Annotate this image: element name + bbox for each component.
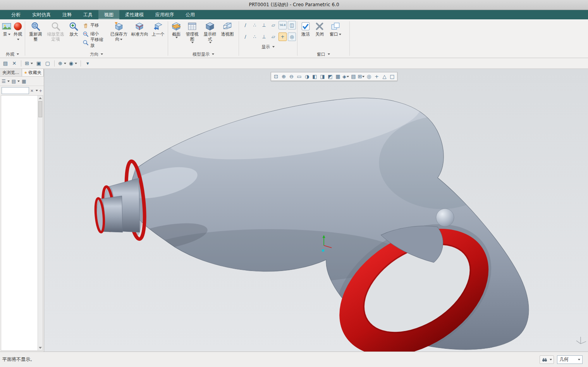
tab-annotate[interactable]: 注释 [57,10,77,19]
close-x-icon [315,21,325,31]
group-label-appearance[interactable]: 外观 [0,51,25,58]
standard-orientation-button[interactable]: 标准方向 [130,21,150,38]
tab-analysis[interactable]: 分析 [5,10,26,19]
gt-wireframe-icon[interactable]: ▦ [334,73,342,80]
ribbon-group-appearance: 景 外观 外观 [0,19,25,58]
graphics-viewport[interactable]: ⊡ ⊕ ⊖ ▭ ◑ ◧ ◨ ◩ ▦ ◈ ▤ ⊞ ◎ + △ □ [44,69,588,352]
zoom-to-selected-button[interactable]: 缩放至选定项 [45,21,67,43]
gt-orientation-mode-icon[interactable]: △ [381,73,388,80]
manage-views-button[interactable]: 管理视图 [183,21,201,44]
refit-button[interactable]: 重新调整 [26,21,45,43]
toggle-spin-center-display[interactable]: + [279,33,287,41]
group-label-orientation[interactable]: 方向 [25,51,168,58]
toggle-plane-display[interactable]: ▱ [269,21,277,29]
windows-button[interactable]: 窗口 [327,21,344,38]
gt-view-manager-icon[interactable]: ▤ [350,73,357,80]
main-area: 夹浏览... ★ 收藏夹 ☰ ▤ ▦ ✕ + [0,69,588,352]
tree-empty-area[interactable] [1,96,38,350]
close-icon[interactable]: ✕ [10,60,18,67]
group-label-model-display[interactable]: 模型显示 [168,51,239,58]
toggle-plane-tag-display[interactable]: ▱ [269,33,277,41]
scroll-thumb[interactable] [38,101,42,117]
tree-columns-icon[interactable]: ▦ [22,79,26,84]
navigator-search-row: ✕ + [0,86,44,95]
monitor-icon[interactable]: ▢ [44,60,52,67]
gt-zoom-out-icon[interactable]: ⊖ [288,73,295,80]
toggle-point-tag-display[interactable]: ∴ [251,33,259,41]
scroll-up-arrow[interactable] [38,96,43,101]
toolbar-overflow-icon[interactable]: ▾ [84,60,91,67]
ribbon-group-window: 激活 关闭 窗口 窗口 [297,19,349,58]
ribbon-group-show: ∕ ∴ ⊥ ▱ 56.8 ◫ ∕ ∴ ⊥ ▱ + ◎ 显示 [239,19,297,58]
appearance-filter-icon[interactable]: ◉ [68,60,78,67]
perspective-icon [222,21,232,31]
gt-zoom-window-icon[interactable]: ⊡ [272,73,280,80]
toggle-axis-tag-display[interactable]: ∕ [241,33,249,41]
search-options-caret[interactable] [36,90,38,91]
zoom-in-button[interactable]: 放大 [66,21,81,38]
search-add-icon[interactable]: + [39,89,42,93]
gt-datum-display-filters-icon[interactable]: ⊞ [358,73,365,80]
gt-annotation-display-icon[interactable]: ◎ [365,73,373,80]
gt-spin-center-icon[interactable]: + [373,73,380,80]
search-clear-icon[interactable]: ✕ [30,89,33,93]
ribbon-group-orientation: 重新调整 缩放至选定项 放大 平移 缩小 [25,19,168,58]
toggle-tag-display[interactable]: ◫ [288,21,296,29]
selection-filter-value: 几何 [559,356,569,363]
appearances-button[interactable]: 外观 [12,21,24,43]
toggle-axis-display[interactable]: ∕ [241,21,249,29]
scroll-down-arrow[interactable] [38,345,43,350]
tab-favorites[interactable]: ★ 收藏夹 [22,69,44,76]
tab-live-simulation[interactable]: 实时仿真 [26,10,57,19]
part-button-sphere[interactable] [436,209,454,226]
model-tree-icon[interactable]: ☰ [2,79,10,84]
tab-flexible-modeling[interactable]: 柔性建模 [119,10,150,19]
selection-filter-combo[interactable]: 几何 [557,355,583,364]
navigator-tabs: 夹浏览... ★ 收藏夹 [0,69,44,77]
new-window-icon[interactable]: ⊞ [24,60,34,67]
scene-button[interactable]: 景 [1,21,12,38]
toggle-annotation-display[interactable]: ◎ [288,33,296,41]
find-button[interactable] [540,355,554,364]
toggle-csys-tag-display[interactable]: ⊥ [260,33,268,41]
zoom-in-icon [69,21,79,31]
repaint-icon[interactable]: ▣ [35,60,43,67]
previous-view-button[interactable]: 上一个 [150,21,167,38]
pan-button[interactable]: 平移 [82,22,107,29]
csys-display-icon[interactable]: ⊕ [57,60,67,67]
tab-tools[interactable]: 工具 [77,10,98,19]
tab-view[interactable]: 视图 [98,10,119,19]
saved-orientations-icon [114,21,124,31]
pan-zoom-button[interactable]: 平移缩放 [82,39,107,46]
tree-search-input[interactable] [2,87,29,94]
gt-repaint-icon[interactable]: ◑ [303,73,311,80]
tab-common[interactable]: 公用 [180,10,201,19]
3d-model-canvas[interactable] [44,69,588,352]
gt-shading-icon[interactable]: ◨ [319,73,326,80]
perspective-button[interactable]: 透视图 [219,21,236,38]
zoom-selected-icon [51,21,61,31]
group-label-show[interactable]: 显示 [239,43,297,50]
toggle-point-display[interactable]: ∴ [251,21,259,29]
tab-folder-browser[interactable]: 夹浏览... [0,69,22,76]
toggle-dim-display[interactable]: 56.8 [279,21,287,29]
tab-applications[interactable]: 应用程序 [150,10,180,19]
toggle-csys-display[interactable]: ⊥ [260,21,268,29]
saved-orientations-button[interactable]: 已保存方向 [108,21,130,43]
gt-shade-with-edges-icon[interactable]: ◧ [311,73,318,80]
gt-saved-orientations-icon[interactable]: ◈ [342,73,349,80]
orientation-small-buttons: 平移 缩小 平移缩放 [81,21,108,47]
list-view-icon[interactable]: ▤ [12,79,20,84]
display-style-button[interactable]: 显示样式 [201,21,219,44]
activate-button[interactable]: 激活 [299,21,313,38]
gt-screenshot-icon[interactable]: □ [389,73,396,80]
gt-no-hidden-icon[interactable]: ◩ [327,73,334,80]
gt-zoom-in-icon[interactable]: ⊕ [280,73,287,80]
sections-button[interactable]: 截面 [169,21,183,39]
standard-orientation-icon [134,21,144,31]
navigator-toggle-icon[interactable]: ▤ [2,60,9,67]
gt-refit-icon[interactable]: ▭ [296,73,303,80]
window-title: PRT0001 (活动的) - Creo Parametric 6.0 [249,2,339,8]
group-label-window[interactable]: 窗口 [297,51,349,58]
close-window-button[interactable]: 关闭 [313,21,327,38]
